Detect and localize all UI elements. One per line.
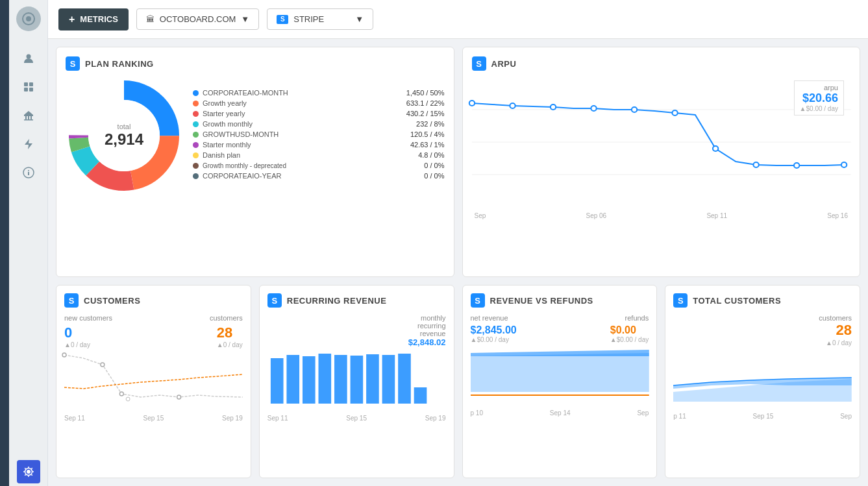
svg-rect-51	[382, 355, 395, 404]
customers-header: S CUSTOMERS	[64, 293, 243, 308]
svg-rect-50	[366, 354, 379, 404]
bottom-row: S CUSTOMERS new customers customers 0 ▲0…	[56, 285, 860, 478]
total-customers-tooltip: customers 28 ▲0 / day	[673, 314, 852, 346]
legend-item-2: Starter yearly 430.2 / 15%	[193, 110, 445, 117]
stripe-icon: S	[277, 15, 288, 24]
legend-dot-5	[193, 142, 199, 148]
rec-x-1: Sep 15	[346, 415, 367, 422]
arpu-sub: ▲$0.00 / day	[800, 105, 838, 112]
svg-point-29	[469, 101, 474, 106]
plan-ranking-title: PLAN RANKING	[85, 59, 154, 69]
svg-point-33	[631, 107, 636, 112]
svg-marker-54	[471, 353, 649, 392]
legend-name-1: Growth yearly	[203, 99, 389, 107]
donut-chart: total 2,914	[66, 77, 182, 194]
topbar: + METRICS 🏛 OCTOBOARD.COM ▼ S STRIPE ▼	[48, 0, 868, 39]
legend-item-8: CORPORATEAIO-YEAR 0 / 0%	[193, 172, 445, 180]
donut-total-label: total	[105, 123, 143, 130]
metrics-button[interactable]: + METRICS	[58, 8, 129, 30]
new-customers-sub: ▲0 / day	[64, 341, 90, 348]
revenue-refunds-col-headers: net revenue refunds	[471, 314, 649, 322]
refunds-value: $0.00	[610, 324, 649, 336]
net-revenue-label: net revenue	[471, 314, 508, 322]
dashboard: S PLAN RANKING	[48, 39, 868, 486]
donut-center: total 2,914	[105, 123, 143, 149]
legend-item-6: Danish plan 4.8 / 0%	[193, 151, 445, 159]
legend-name-5: Starter monthly	[203, 141, 389, 149]
svg-point-42	[177, 395, 181, 399]
svg-rect-10	[31, 116, 32, 119]
refunds-block: $0.00 ▲$0.00 / day	[610, 324, 649, 343]
plan-ranking-legend: CORPORATEAIO-MONTH 1,450 / 50% Growth ye…	[193, 89, 445, 182]
arpu-tooltip: arpu $20.66 ▲$0.00 / day	[794, 80, 844, 115]
arpu-x-0: Sep	[475, 212, 486, 219]
revenue-x-labels: p 10 Sep 14 Sep	[471, 409, 649, 417]
arpu-x-3: Sep 16	[827, 212, 848, 219]
svg-point-43	[126, 397, 130, 401]
revenue-label: revenue	[420, 330, 446, 337]
legend-dot-2	[193, 111, 199, 117]
customers-card: S CUSTOMERS new customers customers 0 ▲0…	[56, 285, 251, 478]
customers-value: 28	[217, 324, 243, 341]
legend-value-7: 0 / 0%	[393, 162, 445, 169]
total-customers-header: S TOTAL CUSTOMERS	[673, 293, 852, 308]
nav-bank-icon[interactable]	[17, 104, 40, 127]
nav-flash-icon[interactable]	[17, 132, 40, 156]
svg-rect-9	[28, 116, 29, 119]
arpu-header: S ARPU	[472, 56, 851, 71]
revenue-refunds-header: S REVENUE VS REFUNDS	[471, 293, 649, 308]
svg-point-39	[62, 353, 66, 357]
svg-point-32	[591, 106, 596, 111]
arpu-chart-wrapper: arpu $20.66 ▲$0.00 / day	[472, 77, 851, 219]
svg-rect-53	[414, 387, 427, 404]
customers-title: CUSTOMERS	[84, 296, 140, 306]
svg-rect-3	[24, 82, 28, 86]
revenue-refunds-card: S REVENUE VS REFUNDS net revenue refunds…	[462, 285, 658, 478]
plan-ranking-header: S PLAN RANKING	[66, 56, 445, 71]
svg-point-34	[672, 110, 677, 115]
arpu-x-labels: Sep Sep 06 Sep 11 Sep 16	[472, 212, 851, 219]
legend-item-3: Growth monthly 232 / 8%	[193, 120, 445, 128]
nav-info-icon[interactable]	[17, 161, 40, 184]
plus-icon: +	[69, 14, 75, 25]
chevron-down-icon: ▼	[241, 14, 249, 24]
arpu-title: ARPU	[491, 59, 517, 69]
nav-person-icon[interactable]	[17, 47, 40, 70]
total-customers-tooltip-label: customers	[819, 314, 852, 322]
legend-value-8: 0 / 0%	[393, 172, 445, 180]
legend-item-7: Growth monthly - deprecated 0 / 0%	[193, 162, 445, 169]
nav-settings-icon[interactable]	[17, 460, 40, 483]
recurring-revenue-chart	[267, 348, 446, 413]
svg-point-35	[712, 146, 717, 151]
refunds-sub: ▲$0.00 / day	[610, 336, 649, 343]
legend-value-4: 120.5 / 4%	[393, 130, 445, 138]
svg-point-2	[26, 55, 31, 59]
nav-grid-icon[interactable]	[17, 75, 40, 99]
refunds-label: refunds	[625, 314, 649, 322]
svg-point-30	[510, 103, 515, 108]
legend-value-0: 1,450 / 50%	[393, 89, 445, 97]
legend-name-0: CORPORATEAIO-MONTH	[203, 89, 389, 97]
plan-ranking-icon: S	[66, 56, 80, 71]
main-content: + METRICS 🏛 OCTOBOARD.COM ▼ S STRIPE ▼ S…	[48, 0, 868, 486]
new-customers-block: 0 ▲0 / day	[64, 324, 90, 348]
legend-dot-0	[193, 90, 199, 96]
stripe-dropdown[interactable]: S STRIPE ▼	[267, 8, 373, 30]
legend-dot-7	[193, 163, 199, 169]
octoboard-dropdown[interactable]: 🏛 OCTOBOARD.COM ▼	[136, 8, 259, 30]
arpu-card: S ARPU arpu $20.66 ▲$0.00 / day	[462, 47, 861, 277]
monthly-label: monthly	[421, 314, 446, 322]
total-x-labels: p 11 Sep 15 Sep	[673, 413, 852, 420]
customers-chart	[64, 348, 243, 413]
cust-x-1: Sep 15	[143, 415, 164, 422]
new-customers-label: new customers	[64, 314, 112, 322]
legend-value-5: 42.63 / 1%	[393, 141, 445, 149]
customers-label: customers	[210, 314, 243, 322]
revenue-refunds-values: $2,845.00 ▲$0.00 / day $0.00 ▲$0.00 / da…	[471, 324, 649, 343]
legend-dot-3	[193, 121, 199, 127]
customers-col-headers: new customers customers	[64, 314, 243, 322]
legend-value-1: 633.1 / 22%	[393, 99, 445, 107]
legend-name-6: Danish plan	[203, 151, 389, 159]
legend-dot-1	[193, 101, 199, 106]
legend-value-3: 232 / 8%	[393, 120, 445, 128]
